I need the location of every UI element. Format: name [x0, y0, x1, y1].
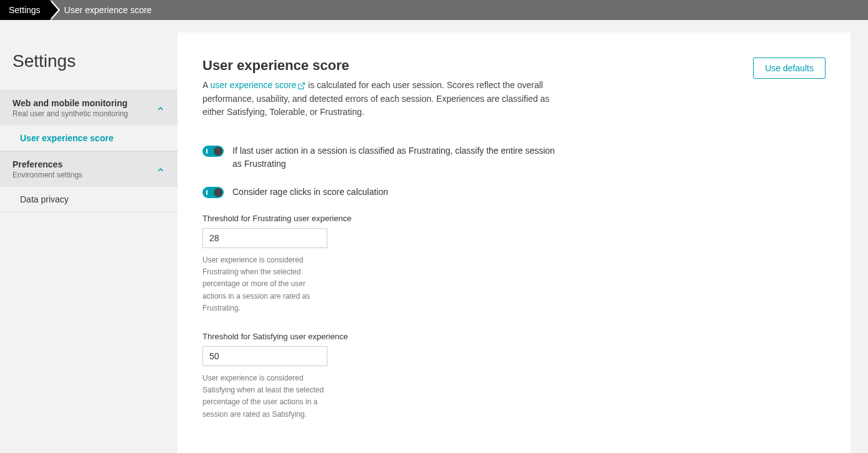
sidebar-group-subtitle: Real user and synthetic monitoring [12, 109, 156, 118]
breadcrumb-root[interactable]: Settings [0, 0, 49, 20]
toggle-on-indicator-icon [206, 190, 207, 195]
sidebar-group-subtitle: Environment settings [12, 171, 156, 179]
sidebar-group-titles: Preferences Environment settings [12, 159, 156, 179]
breadcrumb-root-label: Settings [9, 5, 41, 15]
field-label: Threshold for Frustrating user experienc… [202, 214, 826, 223]
use-defaults-button[interactable]: Use defaults [753, 57, 826, 79]
field-label: Threshold for Satisfying user experience [202, 332, 826, 341]
sidebar-title: Settings [0, 51, 177, 90]
toggle-label: Consider rage clicks in score calculatio… [232, 186, 388, 199]
page-title: User experience score [202, 57, 552, 74]
toggle-row-last-frustrating: If last user action in a session is clas… [202, 144, 565, 171]
svg-line-0 [301, 82, 305, 86]
toggle-knob-icon [214, 188, 222, 197]
field-satisfying-threshold: Threshold for Satisfying user experience… [202, 332, 826, 421]
breadcrumb: Settings User experience score [0, 0, 868, 20]
sidebar-group-title: Preferences [12, 159, 156, 169]
external-link-icon [297, 80, 306, 90]
satisfying-threshold-input[interactable] [202, 346, 327, 366]
body: Settings Web and mobile monitoring Real … [0, 20, 868, 453]
toggle-row-rage-clicks: Consider rage clicks in score calculatio… [202, 186, 565, 199]
toggle-rage-clicks[interactable] [202, 187, 224, 198]
user-experience-score-link[interactable]: user experience score [210, 80, 306, 90]
panel-header-text: User experience score A user experience … [202, 57, 552, 119]
sidebar-item-user-experience-score[interactable]: User experience score [0, 126, 177, 151]
settings-section: If last user action in a session is clas… [202, 144, 826, 421]
panel-header: User experience score A user experience … [202, 57, 826, 119]
sidebar-group-titles: Web and mobile monitoring Real user and … [12, 98, 156, 118]
sidebar-item-label: User experience score [20, 133, 113, 143]
app-root: Settings User experience score Settings … [0, 0, 868, 453]
page-description: A user experience score is calculated fo… [202, 79, 552, 119]
sidebar-group-preferences-block: Preferences Environment settings Data pr… [0, 151, 177, 212]
sidebar: Settings Web and mobile monitoring Real … [0, 20, 177, 453]
breadcrumb-current-label: User experience score [64, 5, 152, 15]
frustrating-threshold-input[interactable] [202, 228, 327, 248]
toggle-last-frustrating[interactable] [202, 146, 224, 157]
desc-prefix: A [202, 80, 210, 90]
sidebar-group-preferences[interactable]: Preferences Environment settings [0, 151, 177, 187]
sidebar-group-title: Web and mobile monitoring [12, 98, 156, 108]
chevron-up-icon [156, 164, 165, 174]
toggle-on-indicator-icon [206, 149, 207, 154]
panel: User experience score A user experience … [177, 32, 851, 453]
sidebar-item-label: Data privacy [20, 194, 69, 204]
breadcrumb-current[interactable]: User experience score [49, 0, 161, 20]
sidebar-item-data-privacy[interactable]: Data privacy [0, 187, 177, 212]
sidebar-group-web-mobile-block: Web and mobile monitoring Real user and … [0, 90, 177, 151]
chevron-up-icon [156, 103, 165, 113]
toggle-label: If last user action in a session is clas… [232, 144, 565, 171]
sidebar-group-web-mobile[interactable]: Web and mobile monitoring Real user and … [0, 90, 177, 126]
link-text: user experience score [210, 80, 296, 90]
field-frustrating-threshold: Threshold for Frustrating user experienc… [202, 214, 826, 314]
field-help: User experience is considered Satisfying… [202, 372, 327, 421]
main: User experience score A user experience … [177, 20, 868, 453]
field-help: User experience is considered Frustratin… [202, 254, 327, 314]
toggle-knob-icon [214, 147, 222, 156]
